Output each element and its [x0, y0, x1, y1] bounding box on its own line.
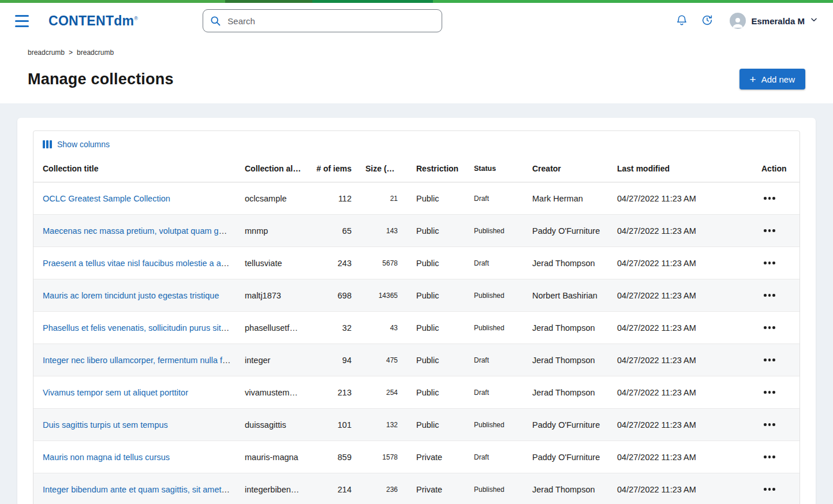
collection-title-link[interactable]: Mauris non magna id tellus cursus: [43, 453, 170, 462]
creator-cell: Paddy O'Furniture: [523, 441, 608, 473]
collection-title-link[interactable]: Praesent a tellus vitae nisl faucibus mo…: [43, 259, 236, 268]
table-header-row: Collection title Collection alias # of i…: [33, 156, 800, 182]
restriction-cell: Public: [407, 344, 465, 376]
status-cell: Published: [465, 409, 523, 441]
search-box: [203, 9, 442, 32]
hamburger-icon: [15, 15, 29, 17]
menu-button[interactable]: [15, 15, 30, 27]
row-actions-button[interactable]: [761, 192, 778, 204]
topbar-actions: Esmeralda M: [674, 13, 818, 29]
add-new-button[interactable]: + Add new: [739, 69, 805, 89]
collection-title-link[interactable]: Integer nec libero ullamcorper, fermentu…: [43, 356, 236, 365]
user-menu[interactable]: Esmeralda M: [730, 13, 818, 29]
registered-mark: ®: [134, 16, 138, 21]
size-cell: 14365: [361, 279, 407, 312]
creator-cell: Paddy O'Furniture: [523, 409, 608, 441]
search-icon: [210, 15, 221, 29]
collection-title-link[interactable]: Phasellus et felis venenatis, sollicitud…: [43, 323, 235, 333]
status-cell: Published: [465, 312, 523, 344]
history-button[interactable]: [700, 13, 715, 29]
restriction-cell: Public: [407, 312, 465, 344]
restriction-cell: Public: [407, 182, 465, 215]
row-actions-button[interactable]: [761, 419, 778, 431]
collection-alias-cell: tellusviate: [236, 247, 306, 279]
last-modified-cell: 04/27/2022 11:23 AM: [608, 279, 752, 312]
restriction-cell: Public: [407, 215, 465, 247]
ellipsis-icon: [764, 456, 767, 458]
row-actions-button[interactable]: [761, 322, 778, 334]
contentdm-logo: CONTENTdm®: [48, 13, 138, 29]
restriction-cell: Private: [407, 441, 465, 473]
size-cell: 43: [361, 312, 407, 344]
row-actions-button[interactable]: [761, 354, 778, 366]
row-actions-button[interactable]: [761, 386, 778, 398]
ellipsis-icon: [764, 488, 767, 491]
row-actions-button[interactable]: [761, 257, 778, 269]
creator-cell: Jerad Thompson: [523, 376, 608, 409]
collection-alias-cell: phasellusetfelis: [236, 312, 306, 344]
item-count-cell: 698: [306, 279, 361, 312]
search-input[interactable]: [203, 9, 442, 32]
page-header: breadcrumb > breadcrumb Manage collectio…: [0, 39, 833, 103]
status-cell: Draft: [465, 182, 523, 215]
column-header-creator: Creator: [523, 156, 608, 182]
collection-title-link[interactable]: OCLC Greatest Sample Collection: [43, 194, 170, 203]
breadcrumb: breadcrumb > breadcrumb: [28, 48, 805, 57]
size-cell: 475: [361, 344, 407, 376]
status-cell: Draft: [465, 344, 523, 376]
row-actions-button[interactable]: [761, 225, 778, 237]
item-count-cell: 213: [306, 376, 361, 409]
collection-alias-cell: oclcsample: [236, 182, 306, 215]
table-row: Vivamus tempor sem ut aliquet porttitor …: [33, 376, 800, 409]
item-count-cell: 32: [306, 312, 361, 344]
status-cell: Published: [465, 215, 523, 247]
table-row: Phasellus et felis venenatis, sollicitud…: [33, 312, 800, 344]
ellipsis-icon: [764, 359, 767, 361]
history-icon: [701, 14, 714, 28]
column-header-restriction: Restriction: [407, 156, 465, 182]
collection-title-link[interactable]: Maecenas nec massa pretium, volutpat qua…: [43, 226, 236, 236]
collection-title-link[interactable]: Duis sagittis turpis ut sem tempus: [43, 420, 168, 430]
row-actions-button[interactable]: [761, 289, 778, 301]
breadcrumb-link[interactable]: breadcrumb: [77, 48, 114, 57]
show-columns-button[interactable]: Show columns: [43, 140, 110, 149]
add-new-label: Add new: [761, 74, 795, 84]
item-count-cell: 214: [306, 473, 361, 504]
creator-cell: Mark Herman: [523, 182, 608, 215]
collection-title-link[interactable]: Vivamus tempor sem ut aliquet porttitor: [43, 388, 188, 397]
column-header-item-count: # of iems: [306, 156, 361, 182]
action-cell: [752, 344, 800, 376]
size-cell: 5678: [361, 247, 407, 279]
item-count-cell: 94: [306, 344, 361, 376]
action-cell: [752, 247, 800, 279]
action-cell: [752, 279, 800, 312]
avatar: [730, 13, 746, 29]
ellipsis-icon: [764, 229, 767, 232]
notifications-button[interactable]: [674, 13, 689, 29]
last-modified-cell: 04/27/2022 11:23 AM: [608, 409, 752, 441]
breadcrumb-link[interactable]: breadcrumb: [28, 48, 65, 57]
ellipsis-icon: [764, 326, 767, 329]
action-cell: [752, 473, 800, 504]
creator-cell: Jerad Thompson: [523, 312, 608, 344]
collection-title-link[interactable]: Integer bibendum ante et quam sagittis, …: [43, 485, 236, 494]
last-modified-cell: 04/27/2022 11:23 AM: [608, 215, 752, 247]
item-count-cell: 859: [306, 441, 361, 473]
last-modified-cell: 04/27/2022 11:23 AM: [608, 247, 752, 279]
size-cell: 254: [361, 376, 407, 409]
item-count-cell: 112: [306, 182, 361, 215]
item-count-cell: 65: [306, 215, 361, 247]
collection-alias-cell: mauris-magna: [236, 441, 306, 473]
size-cell: 236: [361, 473, 407, 504]
row-actions-button[interactable]: [761, 451, 778, 463]
row-actions-button[interactable]: [761, 483, 778, 495]
collections-table-body: OCLC Greatest Sample Collection oclcsamp…: [33, 182, 800, 504]
table-row: Maecenas nec massa pretium, volutpat qua…: [33, 215, 800, 247]
restriction-cell: Public: [407, 247, 465, 279]
collection-title-cell: Praesent a tellus vitae nisl faucibus mo…: [33, 247, 236, 279]
size-cell: 132: [361, 409, 407, 441]
collection-title-cell: Integer bibendum ante et quam sagittis, …: [33, 473, 236, 504]
column-header-collection-alias: Collection alias: [236, 156, 306, 182]
collection-title-link[interactable]: Mauris ac lorem tincidunt justo egestas …: [43, 291, 219, 300]
status-cell: Draft: [465, 376, 523, 409]
